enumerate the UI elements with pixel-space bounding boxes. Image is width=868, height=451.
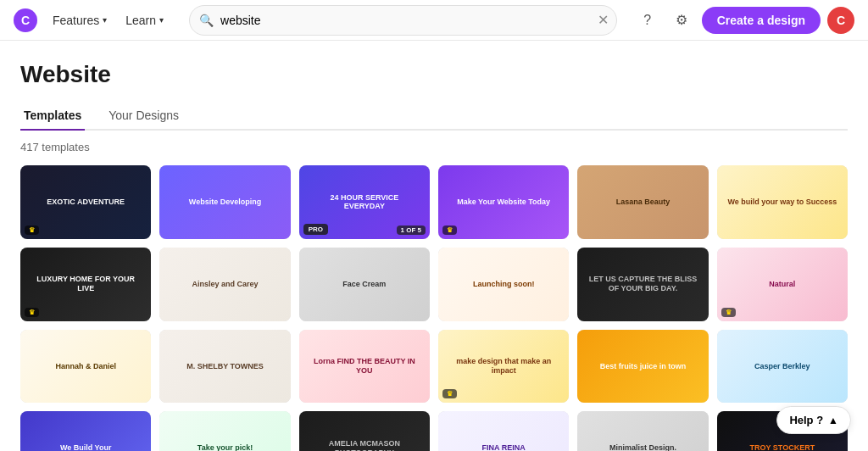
template-card[interactable]: Website Developing bbox=[159, 165, 290, 239]
card-title: TROY STOCKERT bbox=[749, 443, 815, 451]
crown-badge: ♛ bbox=[442, 226, 457, 235]
results-count: 417 templates bbox=[20, 141, 848, 153]
crown-badge: ♛ bbox=[442, 389, 457, 398]
help-icon-button[interactable]: ? bbox=[634, 7, 661, 34]
card-inner: Launching soon! bbox=[438, 248, 569, 321]
template-card[interactable]: Lorna FIND THE BEAUTY IN YOU bbox=[299, 330, 430, 404]
template-card[interactable]: Take your pick! bbox=[159, 411, 290, 451]
question-icon: ? bbox=[643, 13, 651, 28]
page-count-badge: 1 OF 5 bbox=[397, 226, 426, 235]
learn-nav-button[interactable]: Learn ▾ bbox=[117, 8, 172, 32]
template-card[interactable]: LUXURY HOME FOR YOUR LIVE ♛ bbox=[20, 248, 151, 321]
settings-icon-button[interactable]: ⚙ bbox=[668, 7, 695, 34]
create-design-button[interactable]: Create a design bbox=[702, 7, 821, 34]
card-title: We Build Your bbox=[60, 443, 112, 451]
template-card[interactable]: AMELIA MCMASON PHOTOGRAPHY bbox=[299, 411, 430, 451]
chevron-down-icon: ▾ bbox=[103, 15, 107, 25]
search-icon: 🔍 bbox=[199, 14, 214, 27]
templates-grid: EXOTIC ADVENTURE ♛ Website Developing 24… bbox=[20, 165, 848, 451]
card-title: EXOTIC ADVENTURE bbox=[47, 198, 125, 207]
search-container: 🔍 ✕ bbox=[189, 5, 617, 36]
features-nav-button[interactable]: Features ▾ bbox=[44, 8, 115, 32]
card-inner: Casper Berkley bbox=[717, 330, 848, 404]
card-title: LET US CAPTURE THE BLISS OF YOUR BIG DAY… bbox=[587, 275, 699, 293]
template-card[interactable]: make design that make an impact ♛ bbox=[438, 330, 569, 404]
card-inner: Face Cream bbox=[299, 248, 430, 321]
main-content: Website Templates Your Designs 417 templ… bbox=[0, 41, 868, 451]
card-title: We build your way to Success bbox=[727, 198, 837, 207]
help-label: Help ? bbox=[789, 414, 823, 426]
crown-badge: ♛ bbox=[721, 308, 736, 317]
card-inner: AMELIA MCMASON PHOTOGRAPHY bbox=[299, 411, 430, 451]
template-card[interactable]: We build your way to Success bbox=[717, 165, 848, 239]
clear-search-button[interactable]: ✕ bbox=[598, 14, 609, 27]
card-inner: Natural ♛ bbox=[717, 248, 848, 321]
page-title: Website bbox=[20, 61, 848, 88]
card-title: Minimalist Design. bbox=[609, 443, 676, 451]
canva-logo-icon: C bbox=[14, 8, 37, 32]
search-input[interactable] bbox=[189, 5, 617, 36]
template-card[interactable]: Casper Berkley bbox=[717, 330, 848, 404]
card-inner: We build your way to Success bbox=[717, 165, 848, 239]
card-inner: make design that make an impact ♛ bbox=[438, 330, 569, 404]
template-card[interactable]: LET US CAPTURE THE BLISS OF YOUR BIG DAY… bbox=[577, 248, 708, 321]
card-inner: FINA REINA bbox=[438, 411, 569, 451]
card-inner: Minimalist Design. bbox=[577, 411, 708, 451]
tab-templates[interactable]: Templates bbox=[20, 102, 85, 131]
card-inner: Ainsley and Carey bbox=[159, 248, 290, 321]
tabs: Templates Your Designs bbox=[20, 102, 848, 131]
card-inner: M. SHELBY TOWNES bbox=[159, 330, 290, 404]
card-inner: LUXURY HOME FOR YOUR LIVE ♛ bbox=[20, 248, 151, 321]
card-inner: Lasana Beauty bbox=[577, 165, 708, 239]
card-title: LUXURY HOME FOR YOUR LIVE bbox=[30, 275, 142, 293]
template-card[interactable]: Ainsley and Carey bbox=[159, 248, 290, 321]
template-card[interactable]: 24 HOUR SERVICE EVERYDAY PRO 1 OF 5 bbox=[299, 165, 430, 239]
template-card[interactable]: Face Cream bbox=[299, 248, 430, 321]
template-card[interactable]: We Build Your bbox=[20, 411, 151, 451]
card-title: 24 HOUR SERVICE EVERYDAY bbox=[309, 193, 420, 212]
card-title: Face Cream bbox=[342, 280, 386, 289]
card-title: M. SHELBY TOWNES bbox=[186, 362, 264, 371]
template-card[interactable]: Minimalist Design. bbox=[577, 411, 708, 451]
card-inner: Lorna FIND THE BEAUTY IN YOU bbox=[299, 330, 430, 404]
template-card[interactable]: Best fruits juice in town bbox=[577, 330, 708, 404]
card-title: Casper Berkley bbox=[754, 362, 810, 371]
card-inner: Website Developing bbox=[159, 165, 290, 239]
card-title: Lorna FIND THE BEAUTY IN YOU bbox=[309, 357, 420, 376]
card-inner: Hannah & Daniel bbox=[20, 330, 151, 404]
card-inner: 24 HOUR SERVICE EVERYDAY PRO 1 OF 5 bbox=[299, 165, 430, 239]
header: C Features ▾ Learn ▾ 🔍 ✕ ? ⚙ Create a de… bbox=[0, 0, 868, 41]
template-card[interactable]: Lasana Beauty bbox=[577, 165, 708, 239]
chevron-down-icon: ▾ bbox=[159, 15, 164, 25]
card-title: Launching soon! bbox=[473, 280, 535, 289]
template-card[interactable]: Launching soon! bbox=[438, 248, 569, 321]
card-inner: Take your pick! bbox=[159, 411, 290, 451]
template-card[interactable]: FINA REINA bbox=[438, 411, 569, 451]
card-title: FINA REINA bbox=[482, 443, 526, 451]
card-title: Make Your Website Today bbox=[457, 198, 550, 207]
card-title: Take your pick! bbox=[198, 443, 253, 451]
card-title: Ainsley and Carey bbox=[192, 280, 258, 289]
template-card[interactable]: Make Your Website Today ♛ bbox=[438, 165, 569, 239]
card-title: Lasana Beauty bbox=[616, 198, 670, 207]
card-title: Website Developing bbox=[189, 198, 261, 207]
help-button[interactable]: Help ? ▲ bbox=[776, 406, 851, 434]
chevron-up-icon: ▲ bbox=[828, 415, 838, 426]
template-card[interactable]: M. SHELBY TOWNES bbox=[159, 330, 290, 404]
header-right: ? ⚙ Create a design C bbox=[634, 7, 854, 34]
card-inner: LET US CAPTURE THE BLISS OF YOUR BIG DAY… bbox=[577, 248, 708, 321]
avatar[interactable]: C bbox=[827, 7, 854, 34]
card-inner: Make Your Website Today ♛ bbox=[438, 165, 569, 239]
card-title: Natural bbox=[769, 280, 795, 289]
template-card[interactable]: Hannah & Daniel bbox=[20, 330, 151, 404]
pro-badge: PRO bbox=[303, 224, 328, 235]
header-nav: Features ▾ Learn ▾ bbox=[44, 8, 172, 32]
tab-your-designs[interactable]: Your Designs bbox=[105, 102, 182, 131]
gear-icon: ⚙ bbox=[676, 12, 687, 28]
card-title: Best fruits juice in town bbox=[600, 362, 687, 371]
template-card[interactable]: EXOTIC ADVENTURE ♛ bbox=[20, 165, 151, 239]
card-title: AMELIA MCMASON PHOTOGRAPHY bbox=[309, 439, 420, 451]
template-card[interactable]: Natural ♛ bbox=[717, 248, 848, 321]
card-inner: Best fruits juice in town bbox=[577, 330, 708, 404]
logo[interactable]: C bbox=[14, 8, 37, 32]
